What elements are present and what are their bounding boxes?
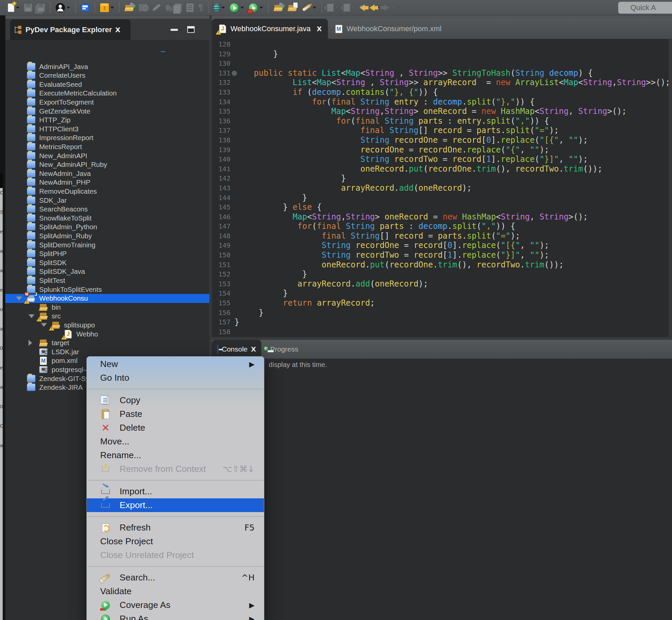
menu-item-paste[interactable]: Paste — [87, 407, 264, 421]
dropdown-arrow-icon[interactable] — [16, 7, 19, 9]
dropdown-arrow-icon[interactable] — [111, 7, 114, 9]
tree-item-splittest[interactable]: SplitTest — [5, 276, 209, 285]
code-line-158[interactable]: 158 — [212, 327, 669, 337]
code-line-133[interactable]: 133if (decomp.contains("}, {")) { — [212, 88, 669, 97]
tree-item-impressionreport[interactable]: ImpressionReport — [5, 134, 209, 143]
console-tab-console[interactable]: ConsoleX — [212, 340, 261, 359]
menu-item-coverage-as[interactable]: Coverage As▶ — [87, 598, 264, 612]
chevron-down-icon[interactable] — [16, 297, 22, 300]
run-icon[interactable] — [227, 1, 246, 14]
editor-tab-webhookconsumer-pom-xml[interactable]: MWebhookConsumer/pom.xml — [328, 19, 448, 39]
code-line-134[interactable]: 134for(final String entry : decomp.split… — [212, 97, 669, 107]
tree-item-splitsdk[interactable]: SplitSDK — [5, 258, 209, 267]
dropdown-arrow-icon[interactable] — [240, 7, 244, 9]
tree-item-adminapi-java[interactable]: AdminAPI_Java — [5, 62, 209, 71]
tree-item-http-zip[interactable]: HTTP_Zip — [5, 116, 209, 125]
menu-item-close-project[interactable]: Close Project — [87, 534, 264, 548]
code-line-138[interactable]: 138String recordOne = record[0].replace(… — [212, 136, 669, 145]
code-line-129[interactable]: 129} — [212, 49, 669, 59]
tree-item-correlateusers[interactable]: CorrelateUsers — [5, 71, 209, 80]
code-line-139[interactable]: 139recordOne = recordOne.replace("{", ""… — [212, 145, 669, 155]
code-editor[interactable]: 128129}130131public static List<Map<Stri… — [212, 40, 669, 337]
minimize-button[interactable] — [170, 29, 178, 31]
menu-item-export[interactable]: Export... — [87, 498, 264, 512]
code-line-137[interactable]: 137final String[] record = parts.split("… — [212, 126, 669, 136]
code-line-141[interactable]: 141oneRecord.put(recordOne.trim(), recor… — [212, 164, 669, 174]
editor-tab-webhookconsumer-java[interactable]: JWebhookConsumer.javaX — [212, 19, 328, 39]
menu-item-copy[interactable]: Copy — [87, 394, 264, 407]
tree-item-metricsreport[interactable]: MetricsReport — [5, 142, 209, 151]
menu-item-run-as[interactable]: Run As▶ — [87, 612, 264, 620]
maximize-button[interactable] — [187, 26, 194, 33]
tree-item-getzendeskvote[interactable]: GetZendeskVote — [5, 107, 209, 116]
close-icon[interactable]: X — [115, 26, 120, 34]
chevron-down-icon[interactable] — [41, 323, 47, 327]
tree-item-splitsuppo[interactable]: splitsuppo — [5, 320, 209, 329]
code-line-149[interactable]: 149String recordOne = record[0].replace(… — [212, 241, 669, 250]
marker-pen-icon[interactable] — [299, 1, 319, 14]
back-icon[interactable] — [367, 1, 382, 14]
code-line-144[interactable]: 144} — [212, 193, 669, 203]
run-history-folder-icon[interactable] — [271, 1, 285, 14]
tree-item-newadmin-java[interactable]: NewAdmin_Java — [5, 169, 209, 178]
paste-folder-icon[interactable] — [285, 1, 299, 14]
debug-bug-icon[interactable] — [211, 1, 227, 14]
code-line-136[interactable]: 136for(final String parts : entry.split(… — [212, 116, 669, 126]
close-icon[interactable]: X — [317, 25, 322, 33]
code-line-132[interactable]: 132List<Map<String , String>> arrayRecor… — [212, 78, 669, 88]
dropdown-arrow-icon[interactable] — [260, 7, 263, 9]
tree-item-src[interactable]: src — [5, 312, 209, 321]
quick-access-box[interactable]: Quick A — [618, 2, 672, 14]
code-line-142[interactable]: 142} — [212, 173, 669, 183]
tree-item-snowflaketosplit[interactable]: SnowflakeToSplit — [5, 213, 209, 222]
console-tab-progress[interactable]: Progress — [261, 340, 303, 359]
console-monitor-icon[interactable] — [78, 1, 92, 14]
chevron-down-icon[interactable] — [29, 314, 35, 318]
tree-item-splitsdk-java[interactable]: SplitSDK_Java — [5, 267, 209, 276]
code-line-157[interactable]: 157} — [212, 317, 669, 327]
tab-pydev-package-explorer[interactable]: PyDev Package Explorer X — [10, 19, 131, 40]
tree-item-lsdk-jar[interactable]: LSDK.jar — [5, 347, 209, 356]
menu-item-new[interactable]: New▶ — [87, 357, 264, 371]
orange-cube-icon[interactable] — [98, 1, 116, 14]
tree-item-bin[interactable]: bin — [5, 303, 209, 312]
tree-item-splitdemotraining[interactable]: SplitDemoTraining — [5, 240, 209, 249]
tree-item-splitadmin-python[interactable]: SplitAdmin_Python — [5, 222, 209, 231]
tree-item-sdk-jar[interactable]: SDK_Jar — [5, 196, 209, 205]
menu-item-search[interactable]: Search...^H — [87, 571, 264, 584]
tree-item-httpclient3[interactable]: HTTPClient3 — [5, 124, 209, 134]
menu-item-import[interactable]: Import... — [87, 484, 264, 498]
menu-item-move[interactable]: Move... — [87, 435, 264, 449]
dropdown-arrow-icon[interactable] — [313, 7, 316, 9]
dropdown-arrow-icon[interactable] — [221, 7, 225, 9]
code-line-128[interactable]: 128 — [212, 40, 669, 49]
tree-item-splitadmin-ruby[interactable]: SplitAdmin_Ruby — [5, 231, 209, 240]
menu-item-rename[interactable]: Rename... — [87, 449, 264, 462]
open-wizard-folder-icon[interactable] — [122, 1, 136, 14]
tree-item-executemetriccalculation[interactable]: ExecuteMetricCalculation — [5, 89, 209, 98]
coverage-run-icon[interactable] — [246, 1, 265, 14]
code-line-143[interactable]: 143arrayRecord.add(oneRecord); — [212, 183, 669, 193]
code-line-154[interactable]: 154} — [212, 289, 669, 298]
code-line-151[interactable]: 151oneRecord.put(recordOne.trim(), recor… — [212, 260, 669, 270]
code-line-152[interactable]: 152} — [212, 269, 669, 279]
code-line-156[interactable]: 156} — [212, 308, 669, 318]
tree-item-evaluateseed[interactable]: EvaluateSeed — [5, 80, 209, 89]
tree-item-target[interactable]: target — [5, 339, 209, 348]
new-wizard-icon[interactable] — [5, 1, 22, 14]
code-line-145[interactable]: 145} else { — [212, 202, 669, 212]
dropdown-arrow-icon[interactable] — [67, 7, 70, 9]
close-icon[interactable]: X — [251, 345, 256, 353]
tree-item-webho[interactable]: JWebho — [5, 329, 209, 339]
code-line-153[interactable]: 153arrayRecord.add(oneRecord); — [212, 279, 669, 289]
fold-marker-icon[interactable] — [232, 71, 237, 76]
user-profile-icon[interactable] — [53, 1, 72, 14]
last-edit-location-icon[interactable]: ✳ — [357, 1, 367, 14]
dropdown-arrow-icon[interactable] — [352, 7, 355, 9]
tree-item-webhookconsu[interactable]: MJWebhookConsu — [5, 294, 209, 303]
code-line-150[interactable]: 150String recordTwo = record[1].replace(… — [212, 250, 669, 260]
menu-item-delete[interactable]: ✕Delete — [87, 421, 264, 435]
panel-divider-horizontal[interactable] — [209, 337, 672, 340]
code-line-146[interactable]: 146Map<String,String> oneRecord = new Ha… — [212, 212, 669, 222]
tree-item-new-adminapi[interactable]: New_AdminAPI — [5, 151, 209, 160]
